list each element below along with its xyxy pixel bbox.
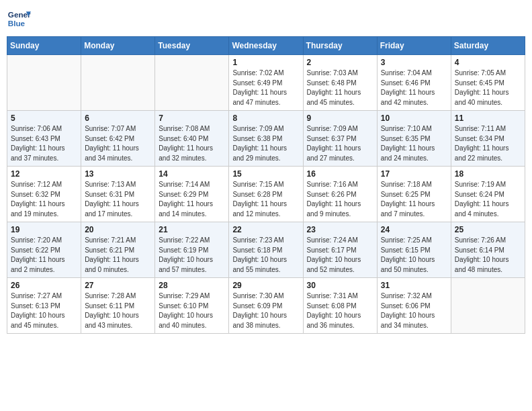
day-header-thursday: Thursday [303,37,377,55]
calendar-cell: 31Sunrise: 7:32 AM Sunset: 6:06 PM Dayli… [377,278,451,334]
day-header-sunday: Sunday [7,37,81,55]
day-info: Sunrise: 7:12 AM Sunset: 6:32 PM Dayligh… [11,180,77,219]
calendar-header-row: SundayMondayTuesdayWednesdayThursdayFrid… [7,37,525,55]
calendar-cell: 11Sunrise: 7:11 AM Sunset: 6:34 PM Dayli… [451,111,525,167]
calendar-cell: 5Sunrise: 7:06 AM Sunset: 6:43 PM Daylig… [7,111,81,167]
day-number: 15 [232,169,299,179]
day-number: 17 [381,169,447,179]
day-number: 22 [232,225,299,234]
calendar-cell: 25Sunrise: 7:26 AM Sunset: 6:14 PM Dayli… [451,222,525,278]
calendar-cell: 18Sunrise: 7:19 AM Sunset: 6:24 PM Dayli… [451,167,525,222]
svg-text:Blue: Blue [8,19,26,28]
day-info: Sunrise: 7:32 AM Sunset: 6:06 PM Dayligh… [381,291,447,330]
day-info: Sunrise: 7:26 AM Sunset: 6:14 PM Dayligh… [455,236,521,275]
day-info: Sunrise: 7:06 AM Sunset: 6:43 PM Dayligh… [11,124,77,163]
day-info: Sunrise: 7:24 AM Sunset: 6:17 PM Dayligh… [307,236,373,275]
day-header-monday: Monday [81,37,155,55]
day-number: 16 [307,169,373,179]
calendar-cell: 15Sunrise: 7:15 AM Sunset: 6:28 PM Dayli… [229,167,303,222]
calendar-cell [155,55,229,111]
calendar-cell [7,55,81,111]
week-row-3: 12Sunrise: 7:12 AM Sunset: 6:32 PM Dayli… [7,167,525,222]
day-info: Sunrise: 7:16 AM Sunset: 6:26 PM Dayligh… [307,180,373,219]
day-info: Sunrise: 7:09 AM Sunset: 6:38 PM Dayligh… [232,124,299,163]
day-number: 31 [381,281,447,290]
calendar-cell: 23Sunrise: 7:24 AM Sunset: 6:17 PM Dayli… [303,222,377,278]
day-number: 27 [85,281,151,290]
day-info: Sunrise: 7:09 AM Sunset: 6:37 PM Dayligh… [307,124,373,163]
day-number: 14 [159,169,225,179]
calendar-cell: 6Sunrise: 7:07 AM Sunset: 6:42 PM Daylig… [81,111,155,167]
day-number: 18 [455,169,521,179]
day-info: Sunrise: 7:25 AM Sunset: 6:15 PM Dayligh… [381,236,447,275]
day-info: Sunrise: 7:29 AM Sunset: 6:10 PM Dayligh… [159,291,225,330]
day-number: 12 [11,169,77,179]
calendar-cell: 12Sunrise: 7:12 AM Sunset: 6:32 PM Dayli… [7,167,81,222]
calendar-cell: 2Sunrise: 7:03 AM Sunset: 6:48 PM Daylig… [303,55,377,111]
day-number: 23 [307,225,373,234]
calendar-cell: 30Sunrise: 7:31 AM Sunset: 6:08 PM Dayli… [303,278,377,334]
week-row-1: 1Sunrise: 7:02 AM Sunset: 6:49 PM Daylig… [7,55,525,111]
day-info: Sunrise: 7:11 AM Sunset: 6:34 PM Dayligh… [455,124,521,163]
week-row-2: 5Sunrise: 7:06 AM Sunset: 6:43 PM Daylig… [7,111,525,167]
calendar-cell: 14Sunrise: 7:14 AM Sunset: 6:29 PM Dayli… [155,167,229,222]
day-number: 21 [159,225,225,234]
day-info: Sunrise: 7:02 AM Sunset: 6:49 PM Dayligh… [232,68,299,107]
calendar-cell: 8Sunrise: 7:09 AM Sunset: 6:38 PM Daylig… [229,111,303,167]
day-number: 9 [307,113,373,123]
day-number: 7 [159,113,225,123]
day-info: Sunrise: 7:21 AM Sunset: 6:21 PM Dayligh… [85,236,151,275]
calendar-cell: 13Sunrise: 7:13 AM Sunset: 6:31 PM Dayli… [81,167,155,222]
day-number: 2 [307,58,373,67]
day-number: 13 [85,169,151,179]
day-info: Sunrise: 7:22 AM Sunset: 6:19 PM Dayligh… [159,236,225,275]
calendar-cell: 19Sunrise: 7:20 AM Sunset: 6:22 PM Dayli… [7,222,81,278]
day-info: Sunrise: 7:31 AM Sunset: 6:08 PM Dayligh… [307,291,373,330]
day-number: 10 [381,113,447,123]
day-number: 30 [307,281,373,290]
day-header-friday: Friday [377,37,451,55]
calendar-cell: 1Sunrise: 7:02 AM Sunset: 6:49 PM Daylig… [229,55,303,111]
day-number: 25 [455,225,521,234]
day-info: Sunrise: 7:10 AM Sunset: 6:35 PM Dayligh… [381,124,447,163]
calendar-cell: 10Sunrise: 7:10 AM Sunset: 6:35 PM Dayli… [377,111,451,167]
day-number: 28 [159,281,225,290]
page-header: General Blue [7,7,525,31]
day-number: 20 [85,225,151,234]
day-number: 3 [381,58,447,67]
calendar-cell: 21Sunrise: 7:22 AM Sunset: 6:19 PM Dayli… [155,222,229,278]
calendar-cell: 29Sunrise: 7:30 AM Sunset: 6:09 PM Dayli… [229,278,303,334]
day-number: 26 [11,281,77,290]
day-number: 6 [85,113,151,123]
calendar-cell: 16Sunrise: 7:16 AM Sunset: 6:26 PM Dayli… [303,167,377,222]
day-number: 19 [11,225,77,234]
calendar-cell: 7Sunrise: 7:08 AM Sunset: 6:40 PM Daylig… [155,111,229,167]
day-info: Sunrise: 7:13 AM Sunset: 6:31 PM Dayligh… [85,180,151,219]
logo: General Blue [7,7,31,31]
calendar-cell: 9Sunrise: 7:09 AM Sunset: 6:37 PM Daylig… [303,111,377,167]
calendar-table: SundayMondayTuesdayWednesdayThursdayFrid… [7,36,525,334]
day-info: Sunrise: 7:05 AM Sunset: 6:45 PM Dayligh… [455,68,521,107]
week-row-4: 19Sunrise: 7:20 AM Sunset: 6:22 PM Dayli… [7,222,525,278]
day-info: Sunrise: 7:04 AM Sunset: 6:46 PM Dayligh… [381,68,447,107]
day-header-tuesday: Tuesday [155,37,229,55]
day-info: Sunrise: 7:18 AM Sunset: 6:25 PM Dayligh… [381,180,447,219]
day-number: 24 [381,225,447,234]
day-info: Sunrise: 7:03 AM Sunset: 6:48 PM Dayligh… [307,68,373,107]
day-number: 29 [232,281,299,290]
svg-text:General: General [8,10,31,19]
calendar-cell [81,55,155,111]
calendar-cell: 3Sunrise: 7:04 AM Sunset: 6:46 PM Daylig… [377,55,451,111]
day-info: Sunrise: 7:08 AM Sunset: 6:40 PM Dayligh… [159,124,225,163]
calendar-cell: 27Sunrise: 7:28 AM Sunset: 6:11 PM Dayli… [81,278,155,334]
calendar-cell: 28Sunrise: 7:29 AM Sunset: 6:10 PM Dayli… [155,278,229,334]
logo-icon: General Blue [7,7,31,31]
day-number: 4 [455,58,521,67]
day-number: 5 [11,113,77,123]
calendar-cell: 22Sunrise: 7:23 AM Sunset: 6:18 PM Dayli… [229,222,303,278]
calendar-cell: 4Sunrise: 7:05 AM Sunset: 6:45 PM Daylig… [451,55,525,111]
day-info: Sunrise: 7:14 AM Sunset: 6:29 PM Dayligh… [159,180,225,219]
calendar-cell: 17Sunrise: 7:18 AM Sunset: 6:25 PM Dayli… [377,167,451,222]
calendar-cell: 26Sunrise: 7:27 AM Sunset: 6:13 PM Dayli… [7,278,81,334]
day-number: 8 [232,113,299,123]
